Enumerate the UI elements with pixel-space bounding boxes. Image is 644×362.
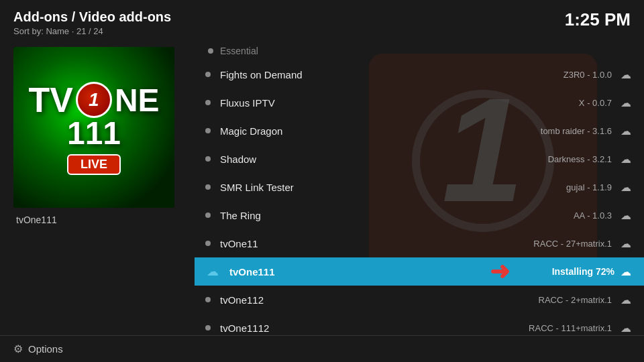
sort-info: Sort by: Name · 21 / 24 <box>13 26 171 36</box>
list-item[interactable]: ☁ tvOne111 Installing 72% ➜ ☁ <box>195 257 644 286</box>
tv-logo-circle: 1 <box>76 82 112 118</box>
download-icon: ☁ <box>619 67 633 82</box>
item-meta: Darkness - 3.2.1 <box>548 154 612 164</box>
list-item[interactable]: tvOne1112 RACC - 111+matrix.1 ☁ <box>195 314 644 335</box>
list-item[interactable]: Fluxus IPTV X - 0.0.7 ☁ <box>195 88 644 117</box>
list-item[interactable]: tvOne11 RACC - 27+matrix.1 ☁ <box>195 229 644 257</box>
item-bullet <box>205 184 211 190</box>
download-icon: ☁ <box>619 320 633 335</box>
live-badge: LIVE <box>67 154 121 175</box>
download-icon: ☁ <box>619 95 633 110</box>
section-bullet <box>208 48 213 54</box>
bottom-bar[interactable]: ⚙ Options <box>0 335 644 362</box>
item-bullet <box>205 241 211 246</box>
options-icon: ⚙ <box>13 343 23 355</box>
list-item[interactable]: The Ring AA - 1.0.3 ☁ <box>195 201 644 229</box>
main-content: TV 1 NE 111 LIVE tvOne111 Essential Figh… <box>0 40 644 335</box>
list-item[interactable]: Fights on Demand Z3R0 - 1.0.0 ☁ <box>195 60 644 88</box>
addon-icon: ☁ <box>205 266 220 277</box>
list-container: Fights on Demand Z3R0 - 1.0.0 ☁ Fluxus I… <box>195 60 644 335</box>
item-name: SMR Link Tester <box>220 182 566 193</box>
download-icon: ☁ <box>619 236 633 251</box>
item-bullet <box>205 156 211 162</box>
header-left: Add-ons / Video add-ons Sort by: Name · … <box>13 9 171 36</box>
item-name: tvOne1112 <box>220 322 529 334</box>
tv-logo-tv: TV <box>28 80 72 120</box>
item-bullet <box>205 128 211 133</box>
item-meta: RACC - 2+matrix.1 <box>539 295 612 305</box>
item-meta: X - 0.0.7 <box>579 98 612 108</box>
item-name: The Ring <box>220 210 574 221</box>
arrow-indicator: ➜ <box>490 257 510 286</box>
download-icon: ☁ <box>619 152 633 166</box>
download-icon: ☁ <box>619 208 633 223</box>
item-meta: RACC - 27+matrix.1 <box>533 239 612 249</box>
clock: 1:25 PM <box>565 9 631 30</box>
download-icon: ☁ <box>619 264 633 279</box>
section-header: Essential <box>195 40 644 60</box>
list-item[interactable]: Magic Dragon tomb raider - 3.1.6 ☁ <box>195 117 644 145</box>
addon-list: Essential Fights on Demand Z3R0 - 1.0.0 … <box>195 40 644 335</box>
item-bullet <box>205 297 211 302</box>
item-meta: AA - 1.0.3 <box>574 210 612 221</box>
download-icon: ☁ <box>619 123 633 138</box>
download-icon: ☁ <box>619 180 633 194</box>
item-name: Shadow <box>220 154 548 165</box>
addon-thumbnail: TV 1 NE 111 LIVE <box>13 47 174 208</box>
item-status: Installing 72% <box>552 266 614 277</box>
item-bullet <box>205 100 211 105</box>
item-meta: RACC - 111+matrix.1 <box>529 323 612 333</box>
download-icon: ☁ <box>619 292 633 307</box>
item-name: Fluxus IPTV <box>220 97 579 109</box>
addon-number: 111 <box>67 115 121 152</box>
item-meta: Z3R0 - 1.0.0 <box>564 70 612 80</box>
item-name: Magic Dragon <box>220 125 541 137</box>
item-bullet <box>205 325 211 330</box>
addon-name: tvOne111 <box>13 215 57 225</box>
list-item[interactable]: Shadow Darkness - 3.2.1 ☁ <box>195 145 644 173</box>
options-label: Options <box>28 343 63 355</box>
item-bullet <box>205 72 211 77</box>
item-meta: gujal - 1.1.9 <box>566 182 612 192</box>
item-bullet <box>205 213 211 218</box>
item-name: tvOne112 <box>220 294 539 306</box>
item-name: Fights on Demand <box>220 69 564 80</box>
header: Add-ons / Video add-ons Sort by: Name · … <box>0 0 644 40</box>
item-meta: tomb raider - 3.1.6 <box>541 126 612 136</box>
list-item[interactable]: tvOne112 RACC - 2+matrix.1 ☁ <box>195 286 644 314</box>
left-panel: TV 1 NE 111 LIVE tvOne111 <box>0 40 195 335</box>
page-title: Add-ons / Video add-ons <box>13 9 171 25</box>
section-header-label: Essential <box>220 46 258 56</box>
list-item[interactable]: SMR Link Tester gujal - 1.1.9 ☁ <box>195 173 644 201</box>
tv-logo-ne: NE <box>115 82 160 119</box>
item-name: tvOne11 <box>220 238 533 249</box>
